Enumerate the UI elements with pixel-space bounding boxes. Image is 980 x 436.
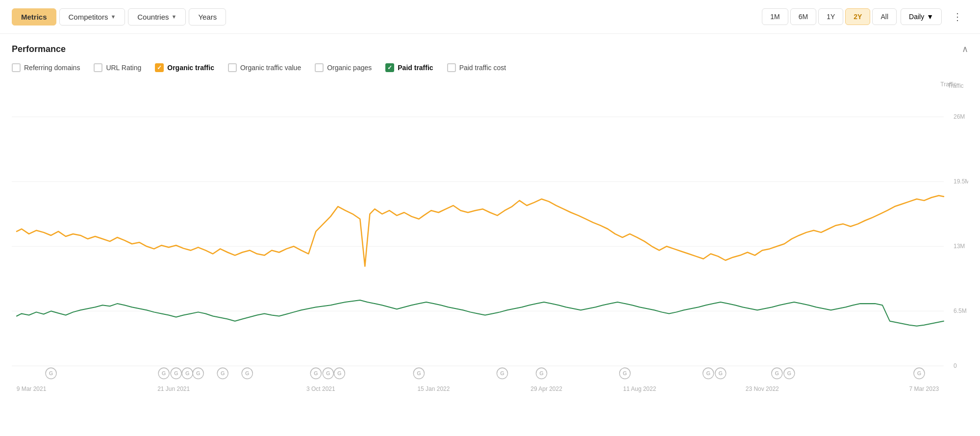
main-chart-svg: G G G G G G G (12, 77, 968, 396)
time-1m-button[interactable]: 1M (762, 8, 788, 25)
metric-organic-traffic[interactable]: ✓ Organic traffic (155, 63, 214, 72)
svg-text:G: G (245, 370, 250, 376)
checkbox-paid-traffic-cost[interactable] (447, 63, 456, 72)
collapse-button[interactable]: ∧ (962, 44, 968, 54)
svg-text:0: 0 (954, 362, 957, 369)
check-icon-paid: ✓ (387, 65, 392, 71)
checkbox-referring-domains[interactable] (12, 63, 21, 72)
svg-text:13M: 13M (954, 243, 965, 250)
metrics-button[interactable]: Metrics (12, 8, 56, 26)
countries-chevron-icon: ▼ (171, 14, 176, 20)
granularity-chevron-icon: ▼ (927, 13, 933, 21)
svg-text:G: G (775, 370, 779, 376)
svg-text:G: G (326, 370, 330, 376)
metrics-row: Referring domains URL Rating ✓ Organic t… (12, 63, 968, 72)
svg-text:G: G (417, 370, 421, 376)
chart-container: G G G G G G G (12, 77, 968, 396)
svg-text:23 Nov 2022: 23 Nov 2022 (746, 385, 779, 392)
performance-header: Performance ∧ (12, 44, 968, 54)
competitors-chevron-icon: ▼ (110, 14, 116, 20)
svg-text:G: G (162, 370, 166, 376)
time-6m-button[interactable]: 6M (790, 8, 816, 25)
check-icon: ✓ (157, 65, 162, 71)
checkbox-organic-traffic[interactable]: ✓ (155, 63, 164, 72)
performance-title: Performance (12, 44, 66, 54)
svg-text:Traffic: Traffic (948, 82, 964, 89)
metric-referring-domains[interactable]: Referring domains (12, 63, 80, 72)
svg-text:15 Jan 2022: 15 Jan 2022 (417, 385, 450, 392)
svg-text:G: G (174, 370, 178, 376)
svg-text:3 Oct 2021: 3 Oct 2021 (306, 385, 335, 392)
svg-text:G: G (337, 370, 342, 376)
metric-url-rating[interactable]: URL Rating (94, 63, 141, 72)
metric-paid-traffic[interactable]: ✓ Paid traffic (385, 63, 433, 72)
top-nav: Metrics Competitors ▼ Countries ▼ Years … (0, 0, 980, 34)
years-button[interactable]: Years (189, 8, 226, 26)
metric-paid-traffic-cost[interactable]: Paid traffic cost (447, 63, 506, 72)
time-1y-button[interactable]: 1Y (818, 8, 843, 25)
more-options-button[interactable]: ⋮ (947, 7, 968, 26)
svg-text:6.5M: 6.5M (954, 308, 967, 314)
nav-right: 1M 6M 1Y 2Y All Daily ▼ ⋮ (762, 7, 968, 26)
metric-organic-traffic-value[interactable]: Organic traffic value (228, 63, 301, 72)
svg-text:19.5M: 19.5M (954, 178, 968, 185)
svg-text:26M: 26M (954, 113, 965, 120)
svg-text:G: G (787, 370, 792, 376)
svg-text:11 Aug 2022: 11 Aug 2022 (623, 385, 656, 392)
svg-text:G: G (706, 370, 710, 376)
checkbox-paid-traffic[interactable]: ✓ (385, 63, 394, 72)
svg-text:G: G (221, 370, 225, 376)
checkbox-organic-pages[interactable] (315, 63, 324, 72)
svg-text:G: G (623, 370, 627, 376)
paid-traffic-line (17, 300, 944, 326)
svg-text:9 Mar 2021: 9 Mar 2021 (17, 385, 47, 392)
svg-text:G: G (196, 370, 201, 376)
time-all-button[interactable]: All (872, 8, 897, 25)
svg-text:21 Jun 2021: 21 Jun 2021 (157, 385, 190, 392)
checkbox-organic-traffic-value[interactable] (228, 63, 237, 72)
svg-text:7 Mar 2023: 7 Mar 2023 (909, 385, 939, 392)
performance-section: Performance ∧ Referring domains URL Rati… (0, 34, 980, 396)
nav-left: Metrics Competitors ▼ Countries ▼ Years (12, 8, 226, 26)
svg-text:29 Apr 2022: 29 Apr 2022 (530, 385, 562, 392)
svg-text:G: G (49, 370, 53, 376)
svg-text:G: G (185, 370, 190, 376)
checkbox-url-rating[interactable] (94, 63, 102, 72)
svg-text:G: G (718, 370, 723, 376)
countries-button[interactable]: Countries ▼ (128, 8, 186, 26)
competitors-button[interactable]: Competitors ▼ (59, 8, 126, 26)
g-markers-group: G G G G G G G (46, 368, 925, 379)
granularity-button[interactable]: Daily ▼ (901, 8, 942, 25)
svg-text:G: G (539, 370, 544, 376)
metric-organic-pages[interactable]: Organic pages (315, 63, 372, 72)
svg-text:G: G (500, 370, 504, 376)
chart-wrapper: Traffic G (12, 77, 968, 396)
organic-traffic-line (17, 196, 944, 266)
svg-text:G: G (314, 370, 318, 376)
time-2y-button[interactable]: 2Y (845, 8, 870, 25)
svg-text:G: G (917, 370, 922, 376)
